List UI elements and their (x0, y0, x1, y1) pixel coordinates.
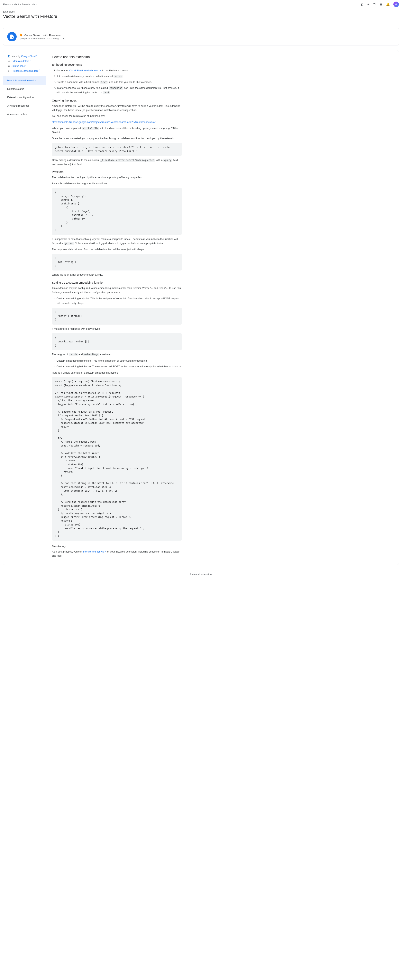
paragraph-must: It must return a response with body of t… (52, 327, 182, 331)
tag-icon: 🏷 (7, 60, 10, 62)
doc-icon: 🗎 (7, 69, 10, 72)
content: How to use this extension Embedding docu… (46, 50, 187, 565)
cloud-firestore-link[interactable]: Cloud Firestore dashboard↗ (69, 69, 101, 72)
heading-how-to-use: How to use this extension (52, 55, 182, 59)
paragraph-once: Once the index is created, you may query… (52, 137, 182, 140)
heading-querying: Querying the index (52, 99, 182, 102)
li-custom-dimension: Custom embedding dimension: This is the … (57, 358, 182, 363)
avatar[interactable]: G (393, 2, 399, 7)
page-header: Extensions Vector Search with Firestore (0, 9, 402, 23)
paragraph-ids: Where ids is an array of document ID str… (52, 273, 182, 277)
person-icon: 👤 (7, 55, 10, 57)
nav-apis[interactable]: APIs and resources (3, 102, 46, 110)
paragraph-orby: Or by adding a document to the collectio… (52, 158, 182, 166)
page-title: Vector Search with Firestore (3, 14, 399, 19)
feedback-icon[interactable]: ▣ (380, 3, 382, 6)
moon-icon[interactable]: ◐ (361, 3, 364, 6)
paragraph-composite: It is important to note that such a quer… (52, 237, 182, 245)
heading-embedding: Embedding documents (52, 63, 182, 66)
chevron-down-icon: ▼ (36, 3, 38, 5)
paragraph-important: *Important: Before you will be able to q… (52, 104, 182, 112)
sparkle-icon[interactable]: ✦ (367, 3, 369, 6)
paragraph-monitor: As a best practice, you can monitor the … (52, 550, 182, 558)
code-ids: { ids: string[] } (52, 254, 182, 270)
extension-icon (7, 32, 17, 41)
paragraph-check: You can check the build status of indexe… (52, 114, 182, 118)
step-3: Create a document with a field named tex… (57, 80, 182, 84)
extension-card: Vector Search with Firestore googlecloud… (3, 28, 399, 46)
paragraph-callable: The callable function deployed by this e… (52, 175, 182, 180)
uninstall-button[interactable]: Uninstall extension (0, 565, 402, 582)
source-code-link[interactable]: Source code↗ (11, 64, 26, 67)
paragraph-sample: A sample callable function argument is a… (52, 181, 182, 186)
docs-link[interactable]: Firebase Extensions docs↗ (11, 69, 40, 72)
paragraph-custom1: This extension may be configured to use … (52, 286, 182, 294)
nav-access[interactable]: Access and roles (3, 110, 46, 118)
heading-monitoring: Monitoring (52, 544, 182, 548)
code-batch: { "batch": string[] } (52, 308, 182, 325)
paragraph-response: The response data returned from the call… (52, 247, 182, 251)
help-icon[interactable]: ?⃝ (373, 3, 376, 6)
step-4: In a few seconds, you'll see a new field… (57, 86, 182, 95)
nav-how-it-works[interactable]: How this extension works (3, 76, 46, 85)
nav-runtime-status[interactable]: Runtime status (3, 85, 46, 93)
bell-icon[interactable]: 🔔 (386, 3, 390, 6)
extension-id: googlecloud/firestore-vector-search@0.0.… (20, 37, 64, 40)
extension-details-link[interactable]: Extension details↗ (11, 59, 31, 62)
made-by-link[interactable]: Google Cloud↗ (21, 55, 37, 57)
code-gcloud: gcloud functions --project firestore-vec… (52, 143, 182, 156)
sidebar: 👤Made by Google Cloud↗ 🏷Extension detail… (3, 50, 46, 565)
step-1: Go to your Cloud Firestore dashboard↗ in… (57, 68, 182, 73)
svg-point-0 (12, 37, 13, 38)
console-link[interactable]: https://console.firebase.google.com/proj… (52, 121, 156, 124)
heading-prefilters: Prefilters (52, 170, 182, 173)
project-name: Firestore Vector Search Lab (3, 3, 35, 6)
project-selector[interactable]: Firestore Vector Search Lab ▼ (3, 3, 38, 6)
code-example: const {https} = require('firebase-functi… (52, 377, 182, 541)
code-icon: ☰ (7, 65, 10, 67)
paragraph-lengths: The lengths of batch and embeddings must… (52, 352, 182, 356)
nav-configuration[interactable]: Extension configuration (3, 93, 46, 102)
breadcrumb[interactable]: Extensions (3, 10, 399, 13)
made-by-row: 👤Made by Google Cloud↗ (7, 54, 42, 59)
li-custom-endpoint: Custom embedding endpoint: This is the e… (57, 296, 182, 305)
paragraph-example: Here is a simple example of a custom emb… (52, 371, 182, 375)
step-2: If it doesn't exist already, create a co… (57, 74, 182, 79)
top-bar: Firestore Vector Search Lab ▼ ◐ ✦ ?⃝ ▣ 🔔… (0, 0, 402, 9)
paragraph-replaced: Where you have replaced <DIMENSION> with… (52, 126, 182, 134)
code-embeddings: { embeddings: number[][] } (52, 333, 182, 350)
firebase-logo-icon (20, 33, 22, 37)
extension-name: Vector Search with Firestore (20, 33, 64, 37)
code-prefilter: { query: "my query", limit: 4, prefilter… (52, 188, 182, 235)
heading-custom: Setting up a custom embedding function (52, 281, 182, 284)
li-custom-batch: Custom embedding batch size: The extensi… (57, 364, 182, 369)
monitor-link[interactable]: monitor the activity↗ (83, 550, 106, 553)
